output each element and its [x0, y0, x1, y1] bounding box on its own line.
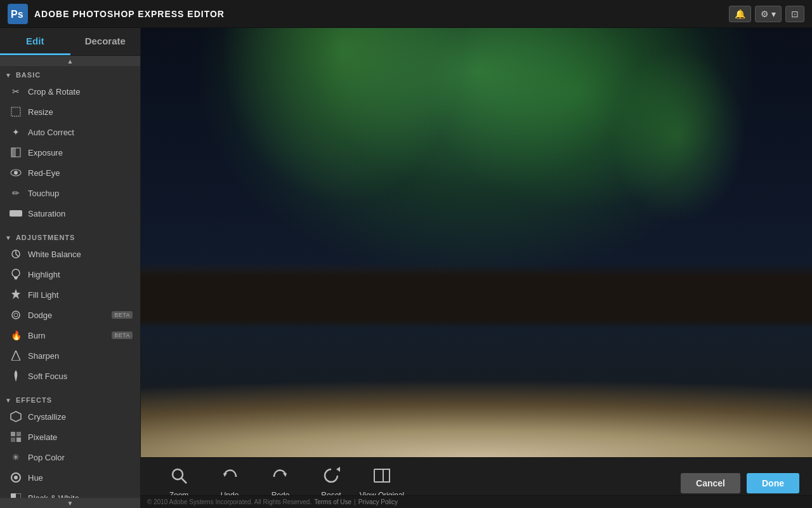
bottom-tool-redo[interactable]: Redo — [255, 467, 306, 500]
svg-point-12 — [12, 311, 20, 319]
dodge-badge: BETA — [112, 311, 133, 319]
tool-exposure[interactable]: Exposure — [0, 142, 140, 163]
svg-marker-11 — [11, 289, 20, 299]
svg-rect-6 — [10, 210, 22, 217]
tool-fill-light[interactable]: Fill Light — [0, 284, 140, 305]
app-logo: Ps — [8, 4, 28, 24]
tool-touchup[interactable]: ✏ Touchup — [0, 183, 140, 203]
tool-highlight[interactable]: Highlight — [0, 264, 140, 284]
scroll-up-btn[interactable]: ▲ — [0, 56, 140, 66]
red-eye-icon — [9, 167, 23, 178]
tool-crop-rotate[interactable]: ✂ Crop & Rotate — [0, 81, 140, 102]
hue-icon — [9, 472, 23, 483]
tool-white-balance[interactable]: White Balance — [0, 244, 140, 264]
terms-link[interactable]: Terms of Use — [314, 498, 351, 505]
tool-black-white[interactable]: Black & White — [0, 488, 140, 498]
effects-arrow: ▼ — [5, 397, 12, 404]
svg-rect-10 — [15, 278, 17, 279]
tool-sharpen[interactable]: Sharpen — [0, 345, 140, 366]
svg-point-13 — [14, 313, 18, 317]
tool-auto-correct[interactable]: ✦ Auto Correct — [0, 122, 140, 142]
tool-pop-color[interactable]: ✳ Pop Color — [0, 447, 140, 467]
section-effects-header[interactable]: ▼ EFFECTS — [0, 391, 140, 406]
bottom-tool-reset[interactable]: Reset — [306, 467, 357, 500]
tool-red-eye-label: Red-Eye — [28, 168, 60, 178]
basic-arrow: ▼ — [5, 72, 12, 79]
tool-crystallize-label: Crystallize — [28, 412, 66, 422]
section-basic-label: BASIC — [16, 71, 41, 79]
svg-rect-18 — [11, 438, 15, 442]
section-basic-header[interactable]: ▼ BASIC — [0, 66, 140, 81]
privacy-link[interactable]: Privacy Policy — [358, 498, 398, 505]
section-adjustments-header[interactable]: ▼ ADJUSTMENTS — [0, 229, 140, 244]
tool-hue[interactable]: Hue — [0, 467, 140, 488]
zoom-icon — [170, 467, 188, 488]
window-icon-btn[interactable]: ⊡ — [785, 6, 804, 22]
view-original-icon — [373, 467, 391, 488]
sharpen-icon — [9, 350, 23, 361]
notification-icon-btn[interactable]: 🔔 — [729, 6, 751, 22]
tool-burn[interactable]: 🔥 Burn BETA — [0, 325, 140, 345]
scroll-down-btn[interactable]: ▼ — [0, 498, 140, 508]
burn-badge: BETA — [112, 331, 133, 339]
svg-marker-14 — [11, 351, 20, 361]
pixelate-icon — [9, 431, 23, 443]
svg-line-25 — [181, 478, 187, 483]
tool-highlight-label: Highlight — [28, 270, 60, 279]
tool-auto-correct-label: Auto Correct — [28, 128, 74, 137]
tool-dodge[interactable]: Dodge BETA — [0, 305, 140, 325]
adjustments-arrow: ▼ — [5, 234, 12, 241]
bottom-tool-view-original[interactable]: View Original — [357, 467, 407, 500]
svg-rect-2 — [11, 107, 20, 116]
tool-pixelate[interactable]: Pixelate — [0, 427, 140, 447]
done-button[interactable]: Done — [747, 473, 799, 493]
footer: © 2010 Adobe Systems Incorporated. All R… — [141, 495, 812, 508]
svg-marker-15 — [11, 411, 21, 422]
svg-text:Ps: Ps — [11, 9, 23, 20]
tool-resize-label: Resize — [28, 107, 53, 117]
dodge-icon — [9, 309, 23, 321]
cancel-button[interactable]: Cancel — [681, 473, 740, 493]
svg-marker-28 — [336, 467, 340, 472]
black-white-icon — [9, 492, 23, 498]
tab-decorate[interactable]: Decorate — [70, 28, 141, 55]
svg-point-24 — [173, 469, 183, 479]
crop-rotate-icon: ✂ — [9, 86, 23, 97]
title-icons: 🔔 ⚙ ▾ ⊡ — [729, 6, 804, 22]
footer-copyright: © 2010 Adobe Systems Incorporated. All R… — [147, 498, 311, 505]
section-adjustments-label: ADJUSTMENTS — [16, 234, 75, 241]
svg-rect-17 — [16, 432, 21, 436]
bottom-tool-undo[interactable]: Undo — [204, 467, 255, 500]
tool-sharpen-label: Sharpen — [28, 351, 59, 361]
tool-crystallize[interactable]: Crystallize — [0, 406, 140, 427]
tool-crop-rotate-label: Crop & Rotate — [28, 87, 80, 97]
svg-rect-30 — [383, 469, 390, 482]
tool-red-eye[interactable]: Red-Eye — [0, 163, 140, 183]
resize-icon — [9, 106, 23, 117]
burn-icon: 🔥 — [9, 330, 23, 341]
footer-separator: | — [354, 498, 356, 505]
svg-point-8 — [12, 269, 20, 277]
fill-light-icon — [9, 289, 23, 300]
tool-saturation-label: Saturation — [28, 209, 65, 218]
soft-focus-icon — [9, 370, 23, 382]
crystallize-icon — [9, 411, 23, 422]
pop-color-icon: ✳ — [9, 451, 23, 463]
tool-resize[interactable]: Resize — [0, 102, 140, 122]
svg-rect-29 — [374, 469, 390, 482]
canvas-area: Zoom Undo Redo Reset — [141, 28, 812, 508]
bottom-tool-zoom[interactable]: Zoom — [154, 467, 204, 500]
tab-edit[interactable]: Edit — [0, 28, 70, 55]
tool-soft-focus[interactable]: Soft Focus — [0, 366, 140, 386]
tool-soft-focus-label: Soft Focus — [28, 371, 67, 381]
tool-touchup-label: Touchup — [28, 189, 59, 198]
edit-decorate-tabs: Edit Decorate — [0, 28, 140, 56]
white-balance-icon — [9, 248, 23, 260]
svg-rect-9 — [14, 277, 18, 278]
settings-icon-btn[interactable]: ⚙ ▾ — [755, 6, 782, 22]
tool-saturation[interactable]: Saturation — [0, 203, 140, 224]
app-title: ADOBE PHOTOSHOP EXPRESS EDITOR — [34, 9, 729, 19]
auto-correct-icon: ✦ — [9, 126, 23, 138]
saturation-icon — [9, 208, 23, 219]
main-layout: Edit Decorate ▲ ▼ BASIC ✂ Crop & Rotate — [0, 28, 812, 508]
